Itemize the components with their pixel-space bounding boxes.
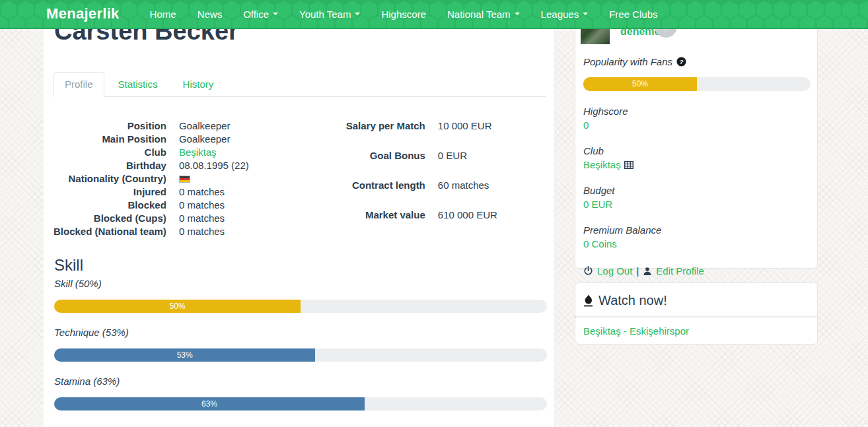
- brand-menajerlik[interactable]: Menajerlik: [46, 5, 120, 22]
- actions-separator: |: [636, 265, 639, 277]
- watch-match-link[interactable]: Beşiktaş - Eskişehirspor: [575, 317, 817, 345]
- germany-flag-icon: [179, 176, 190, 183]
- edit-profile-link[interactable]: Edit Profile: [656, 265, 704, 277]
- details-right-column: Salary per Match 10 000 EUR Goal Bonus 0…: [315, 119, 497, 238]
- technique-bar-label: Technique (53%): [54, 327, 129, 338]
- stamina-bar-label: Stamina (63%): [54, 376, 120, 387]
- popularity-label-row: Popularity with Fans ?: [583, 56, 809, 67]
- main-navigation: Home News Office Youth Team Highscore Na…: [139, 0, 669, 28]
- skill-progress-bar: 50%: [54, 300, 547, 313]
- top-navbar: Menajerlik Home News Office Youth Team H…: [0, 0, 868, 29]
- stat-highscore: Highscore 0: [583, 106, 809, 131]
- power-icon: [583, 266, 593, 276]
- user-icon: [643, 267, 652, 276]
- tab-statistics[interactable]: Statistics: [107, 72, 169, 97]
- nav-item-office[interactable]: Office: [233, 0, 289, 28]
- budget-value-link[interactable]: 0 EUR: [583, 199, 612, 210]
- detail-row-blocked: Blocked 0 matches: [54, 199, 249, 212]
- log-out-link[interactable]: Log Out: [597, 265, 632, 277]
- detail-row-salary: Salary per Match 10 000 EUR: [315, 119, 497, 149]
- table-icon[interactable]: [624, 161, 633, 169]
- club-link[interactable]: Beşiktaş: [179, 147, 217, 158]
- caret-down-icon: [515, 13, 520, 15]
- detail-row-blocked-cups: Blocked (Cups) 0 matches: [54, 212, 249, 225]
- detail-row-position: Position Goalkeeper: [54, 119, 249, 133]
- stamina-progress-bar: 63%: [54, 397, 547, 411]
- tab-history[interactable]: History: [172, 72, 225, 97]
- skill-section-heading: Skill: [54, 256, 83, 275]
- nav-item-national-team[interactable]: National Team: [437, 0, 530, 28]
- stat-budget: Budget 0 EUR: [583, 185, 809, 210]
- sidebar-club-link[interactable]: Beşiktaş: [583, 159, 621, 170]
- detail-row-club: Club Beşiktaş: [54, 146, 249, 159]
- stamina-progress-fill: 63%: [54, 397, 365, 411]
- nav-item-highscore[interactable]: Highscore: [371, 0, 437, 28]
- stat-club: Club Beşiktaş: [583, 145, 809, 170]
- popularity-progress-fill: 50%: [583, 77, 697, 91]
- nav-item-leagues[interactable]: Leagues: [530, 0, 599, 28]
- nav-item-free-clubs[interactable]: Free Clubs: [598, 0, 668, 28]
- caret-down-icon: [583, 13, 588, 15]
- profile-tabs: Profile Statistics History: [54, 72, 546, 97]
- account-actions: Log Out | Edit Profile: [583, 265, 809, 277]
- player-details: Position Goalkeeper Main Position Goalke…: [54, 119, 497, 238]
- highscore-value-link[interactable]: 0: [583, 119, 589, 131]
- detail-row-birthday: Birthday 08.08.1995 (22): [54, 159, 249, 172]
- details-left-column: Position Goalkeeper Main Position Goalke…: [54, 119, 249, 238]
- skill-bar-label: Skill (50%): [54, 278, 102, 289]
- detail-row-contract-length: Contract length 60 matches: [315, 179, 497, 209]
- player-profile-panel: Carsten Becker Profile Statistics Histor…: [44, 0, 555, 427]
- nav-item-news[interactable]: News: [187, 0, 233, 28]
- help-question-icon[interactable]: ?: [676, 57, 686, 67]
- watch-now-panel: Watch now! Beşiktaş - Eskişehirspor: [575, 282, 818, 345]
- skill-progress-fill: 50%: [54, 300, 301, 313]
- nav-item-home[interactable]: Home: [139, 0, 187, 28]
- detail-row-market-value: Market value 610 000 EUR: [315, 209, 497, 238]
- detail-row-goal-bonus: Goal Bonus 0 EUR: [315, 149, 497, 179]
- user-panel: deneme Popularity with Fans ? 50% Highsc…: [575, 11, 818, 269]
- stat-premium-balance: Premium Balance 0 Coins: [583, 224, 809, 249]
- popularity-progress-bar: 50%: [583, 77, 811, 91]
- caret-down-icon: [355, 13, 360, 15]
- technique-progress-fill: 53%: [54, 348, 315, 362]
- detail-row-nationality: Nationality (Country): [54, 172, 249, 185]
- detail-row-injured: Injured 0 matches: [54, 185, 249, 199]
- detail-row-blocked-national: Blocked (National team) 0 matches: [54, 225, 249, 238]
- detail-row-main-position: Main Position Goalkeeper: [54, 133, 249, 146]
- svg-text:?: ?: [680, 59, 684, 65]
- caret-down-icon: [273, 13, 278, 15]
- technique-progress-bar: 53%: [54, 348, 547, 362]
- premium-balance-value-link[interactable]: 0 Coins: [583, 238, 617, 249]
- watch-now-heading: Watch now!: [575, 283, 817, 316]
- flame-icon: [583, 294, 593, 307]
- tab-profile[interactable]: Profile: [54, 72, 104, 97]
- nav-item-youth-team[interactable]: Youth Team: [289, 0, 371, 28]
